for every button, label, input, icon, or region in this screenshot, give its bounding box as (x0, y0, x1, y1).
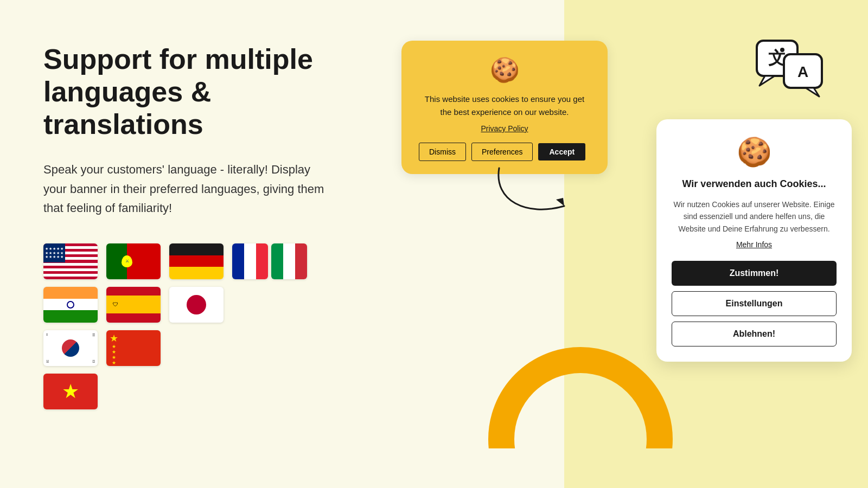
en-cookie-banner: 🍪 This website uses cookies to ensure yo… (401, 41, 608, 174)
flags-row-3: ≡ ☰ ☱ ☲ ★ ★ ★ ★ ★ (43, 330, 347, 366)
flag-cn: ★ ★ ★ ★ ★ (106, 330, 161, 366)
translation-icon: 文 A (754, 38, 825, 100)
flag-pt: ⚔ (106, 243, 161, 279)
dismiss-button[interactable]: Dismiss (419, 143, 466, 161)
flag-kr: ≡ ☰ ☱ ☲ (43, 330, 98, 366)
de-banner-text: Wir nutzen Cookies auf unserer Website. … (672, 198, 837, 235)
de-banner-title: Wir verwenden auch Cookies... (672, 178, 837, 190)
svg-marker-7 (556, 198, 564, 206)
page-container: Support for multiple languages & transla… (0, 0, 868, 488)
en-cookie-icon: 🍪 (419, 56, 590, 84)
flags-row-2: 🛡 (43, 287, 347, 323)
svg-point-6 (780, 48, 784, 52)
main-title: Support for multiple languages & transla… (43, 43, 347, 140)
zustimmen-button[interactable]: Zustimmen! (672, 261, 837, 286)
curved-arrow-decoration (483, 157, 580, 230)
svg-text:A: A (797, 63, 808, 80)
right-section: 文 A 🍪 This website uses cookies to ensur… (380, 0, 868, 488)
de-cookie-banner: 🍪 Wir verwenden auch Cookies... Wir nutz… (656, 119, 852, 362)
flag-in (43, 287, 98, 323)
mehr-infos-link[interactable]: Mehr Infos (672, 240, 837, 249)
flag-usa: ★★★★★★★★★★★★★★★ (43, 243, 98, 279)
flag-es: 🛡 (106, 287, 161, 323)
svg-marker-1 (760, 76, 775, 86)
flag-jp (169, 287, 224, 323)
left-section: Support for multiple languages & transla… (0, 0, 380, 488)
subtitle: Speak your customers' language - literal… (43, 160, 326, 217)
flag-vn: ★ (43, 374, 98, 409)
einstellungen-button[interactable]: Einstellungen (672, 291, 837, 316)
flags-row-4: ★ (43, 374, 347, 409)
en-banner-text: This website uses cookies to ensure you … (419, 93, 590, 119)
flags-row-1: ★★★★★★★★★★★★★★★ ⚔ (43, 243, 347, 279)
ablehnen-button[interactable]: Ablehnen! (672, 322, 837, 346)
flag-de (169, 243, 224, 279)
en-privacy-link[interactable]: Privacy Policy (419, 124, 590, 133)
svg-marker-4 (806, 88, 819, 97)
flag-it (271, 243, 307, 279)
de-cookie-icon: 🍪 (672, 136, 837, 169)
flags-grid: ★★★★★★★★★★★★★★★ ⚔ (43, 243, 347, 409)
flag-fr (232, 243, 268, 279)
